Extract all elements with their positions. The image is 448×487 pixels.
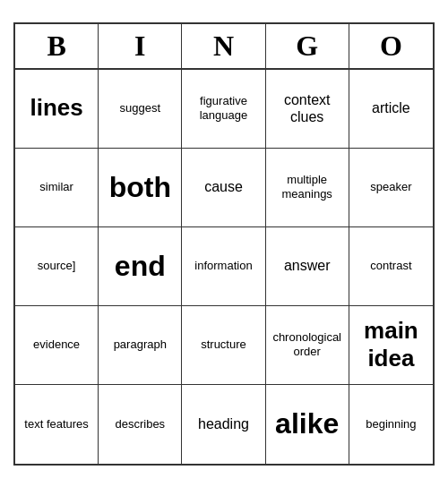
cell-text: information bbox=[194, 259, 252, 273]
bingo-cell[interactable]: describes bbox=[99, 385, 182, 464]
bingo-cell[interactable]: text features bbox=[15, 385, 99, 464]
bingo-cell[interactable]: multiple meanings bbox=[266, 149, 349, 227]
bingo-cell[interactable]: paragraph bbox=[99, 306, 182, 385]
cell-text: figurative language bbox=[185, 94, 261, 122]
cell-text: main idea bbox=[353, 317, 429, 372]
bingo-cell[interactable]: figurative language bbox=[182, 70, 265, 149]
bingo-cell[interactable]: both bbox=[99, 149, 182, 227]
cell-text: beginning bbox=[366, 417, 416, 431]
bingo-cell[interactable]: article bbox=[349, 70, 433, 149]
bingo-cell[interactable]: answer bbox=[266, 227, 349, 306]
cell-text: chronological order bbox=[270, 330, 345, 358]
cell-text: text features bbox=[24, 417, 89, 431]
cell-text: suggest bbox=[120, 101, 161, 115]
cell-text: evidence bbox=[33, 337, 80, 352]
cell-text: paragraph bbox=[114, 337, 167, 352]
cell-text: multiple meanings bbox=[270, 173, 345, 201]
bingo-grid: linessuggestfigurative languagecontext c… bbox=[15, 70, 433, 464]
header-letter: I bbox=[99, 24, 182, 68]
bingo-cell[interactable]: cause bbox=[182, 149, 265, 227]
cell-text: structure bbox=[201, 337, 246, 352]
cell-text: source] bbox=[38, 259, 76, 273]
cell-text: similar bbox=[39, 180, 73, 194]
cell-text: lines bbox=[30, 94, 82, 122]
cell-text: heading bbox=[198, 415, 249, 432]
cell-text: end bbox=[115, 249, 166, 283]
header-letter: G bbox=[266, 24, 349, 68]
cell-text: context clues bbox=[270, 91, 345, 125]
bingo-cell[interactable]: alike bbox=[266, 385, 349, 464]
cell-text: contrast bbox=[370, 259, 411, 273]
bingo-cell[interactable]: beginning bbox=[349, 385, 433, 464]
bingo-cell[interactable]: similar bbox=[15, 149, 99, 227]
cell-text: cause bbox=[204, 178, 243, 195]
bingo-cell[interactable]: source] bbox=[15, 227, 99, 306]
bingo-cell[interactable]: speaker bbox=[349, 149, 433, 227]
cell-text: article bbox=[372, 99, 410, 116]
header-letter: N bbox=[182, 24, 265, 68]
cell-text: speaker bbox=[370, 180, 411, 194]
header-letter: B bbox=[15, 24, 99, 68]
bingo-cell[interactable]: lines bbox=[15, 70, 99, 149]
bingo-cell[interactable]: evidence bbox=[15, 306, 99, 385]
bingo-card: BINGO linessuggestfigurative languagecon… bbox=[13, 22, 435, 466]
header-letter: O bbox=[349, 24, 433, 68]
bingo-header: BINGO bbox=[15, 24, 433, 70]
bingo-cell[interactable]: main idea bbox=[349, 306, 433, 385]
bingo-cell[interactable]: heading bbox=[182, 385, 265, 464]
bingo-cell[interactable]: suggest bbox=[99, 70, 182, 149]
cell-text: both bbox=[109, 170, 171, 204]
bingo-cell[interactable]: end bbox=[99, 227, 182, 306]
bingo-cell[interactable]: structure bbox=[182, 306, 265, 385]
bingo-cell[interactable]: context clues bbox=[266, 70, 349, 149]
bingo-cell[interactable]: contrast bbox=[349, 227, 433, 306]
bingo-cell[interactable]: information bbox=[182, 227, 265, 306]
cell-text: answer bbox=[284, 257, 331, 274]
cell-text: describes bbox=[115, 417, 165, 431]
cell-text: alike bbox=[275, 406, 339, 440]
bingo-cell[interactable]: chronological order bbox=[266, 306, 349, 385]
